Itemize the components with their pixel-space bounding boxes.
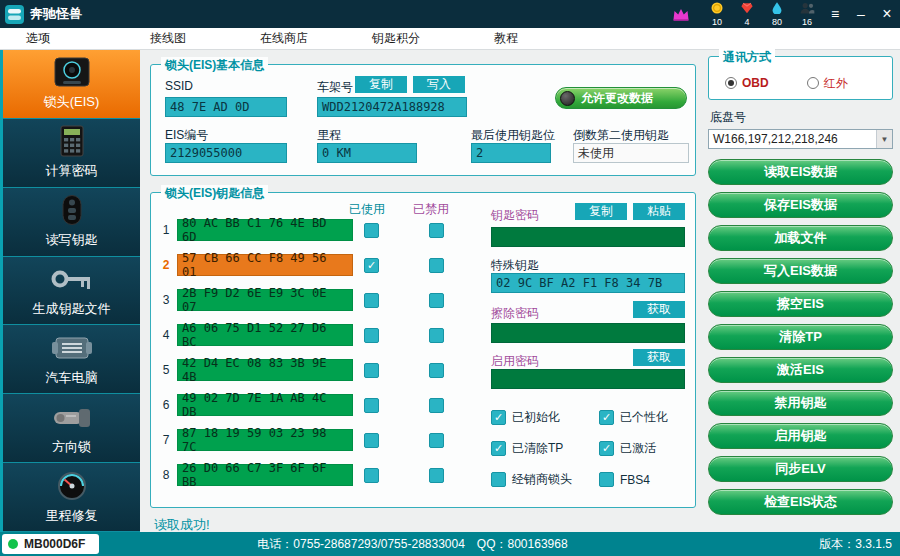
erase-password-get-button[interactable]: 获取 <box>633 301 685 318</box>
vin-field[interactable]: WDD2120472A188928 <box>317 97 467 117</box>
titlebar-stats: 10 4 80 16 <box>702 1 822 27</box>
key-used-checkbox[interactable] <box>364 398 379 413</box>
action-buttons: 读取EIS数据 保存EIS数据 加载文件 写入EIS数据 擦空EIS 清除TP … <box>708 159 893 515</box>
key-disabled-checkbox[interactable] <box>429 293 444 308</box>
action-button[interactable]: 启用钥匙 <box>708 423 893 449</box>
key-hex-field[interactable]: 57 CB 66 CC F8 49 56 01 <box>177 254 353 276</box>
action-button[interactable]: 同步ELV <box>708 456 893 482</box>
flag-checkbox[interactable] <box>599 410 614 425</box>
action-button[interactable]: 加载文件 <box>708 225 893 251</box>
allow-change-toggle[interactable]: 允许更改数据 <box>555 87 687 109</box>
ssid-field[interactable]: 48 7E AD 0D <box>165 97 287 117</box>
chevron-down-icon[interactable]: ▼ <box>876 130 892 148</box>
radio-label: 红外 <box>824 75 848 92</box>
key-row-number: 6 <box>159 398 173 412</box>
sidebar-item[interactable]: 计算密码 <box>3 119 140 188</box>
minimize-button[interactable]: – <box>848 6 874 22</box>
menu-item[interactable]: 在线商店 <box>254 28 314 49</box>
stat-item[interactable]: 80 <box>762 1 792 27</box>
key-row: 4 A6 06 75 D1 52 27 D6 BC <box>159 324 444 346</box>
key-used-checkbox[interactable] <box>364 223 379 238</box>
sidebar-item-label: 汽车电脑 <box>46 369 98 387</box>
key-used-checkbox[interactable] <box>364 293 379 308</box>
vin-write-button[interactable]: 写入 <box>413 76 465 93</box>
key-used-checkbox[interactable] <box>364 328 379 343</box>
flag-checkbox[interactable] <box>491 410 506 425</box>
action-button[interactable]: 写入EIS数据 <box>708 258 893 284</box>
sidebar-item[interactable]: 读写钥匙 <box>3 188 140 257</box>
key-row: 3 2B F9 D2 6E E9 3C 0E 07 <box>159 289 444 311</box>
action-button[interactable]: 擦空EIS <box>708 291 893 317</box>
comm-mode-radio-option[interactable]: 红外 <box>807 75 848 92</box>
key-row: 7 87 18 19 59 03 23 98 7C <box>159 429 444 451</box>
key-disabled-checkbox[interactable] <box>429 258 444 273</box>
key-password-paste-button[interactable]: 粘贴 <box>633 203 685 220</box>
key-disabled-checkbox[interactable] <box>429 468 444 483</box>
key-hex-field[interactable]: 49 02 7D 7E 1A AB 4C DB <box>177 394 353 416</box>
action-button[interactable]: 激活EIS <box>708 357 893 383</box>
menu-item[interactable]: 教程 <box>488 28 524 49</box>
action-button[interactable]: 保存EIS数据 <box>708 192 893 218</box>
enable-password-field[interactable] <box>491 369 685 389</box>
vin-copy-button[interactable]: 复制 <box>355 76 407 93</box>
crown-icon[interactable] <box>672 8 690 21</box>
key-disabled-checkbox[interactable] <box>429 398 444 413</box>
special-key-field[interactable]: 02 9C BF A2 F1 F8 34 7B <box>491 273 685 293</box>
key-rows: 1 80 AC BB C1 76 4E BD 6D 2 57 CB 66 CC … <box>159 219 444 486</box>
menu-item[interactable]: 钥匙积分 <box>366 28 426 49</box>
key-disabled-checkbox[interactable] <box>429 223 444 238</box>
flag-checkbox[interactable] <box>599 472 614 487</box>
close-button[interactable]: × <box>874 5 900 23</box>
action-button[interactable]: 检查EIS状态 <box>708 489 893 515</box>
key-disabled-checkbox[interactable] <box>429 328 444 343</box>
device-id: MB000D6F <box>24 537 85 551</box>
radio-icon[interactable] <box>725 77 737 89</box>
stat-item[interactable]: 10 <box>702 1 732 27</box>
key-disabled-checkbox[interactable] <box>429 433 444 448</box>
key-hex-field[interactable]: 26 D0 66 C7 3F 6F 6F BB <box>177 464 353 486</box>
flag-checkbox[interactable] <box>599 441 614 456</box>
key-hex-field[interactable]: 2B F9 D2 6E E9 3C 0E 07 <box>177 289 353 311</box>
key-hex-field[interactable]: 80 AC BB C1 76 4E BD 6D <box>177 219 353 241</box>
sidebar-item-label: 读写钥匙 <box>46 231 98 249</box>
sidebar-item[interactable]: 里程修复 <box>3 463 140 532</box>
key-disabled-checkbox[interactable] <box>429 363 444 378</box>
sidebar-item[interactable]: 方向锁 <box>3 394 140 463</box>
comm-mode-radio-option[interactable]: OBD <box>725 76 769 90</box>
mileage-field[interactable]: 0 KM <box>317 143 417 163</box>
action-button[interactable]: 禁用钥匙 <box>708 390 893 416</box>
menu-item[interactable]: 选项 <box>20 28 56 49</box>
action-button[interactable]: 清除TP <box>708 324 893 350</box>
titlebar-right: 10 4 80 16 <box>672 1 900 27</box>
status-flags: 已初始化 已个性化 已清除TP <box>491 409 668 488</box>
key-used-checkbox[interactable] <box>364 468 379 483</box>
flag-checkbox[interactable] <box>491 472 506 487</box>
key-used-checkbox[interactable] <box>364 258 379 273</box>
key-hex-field[interactable]: 87 18 19 59 03 23 98 7C <box>177 429 353 451</box>
flag-checkbox[interactable] <box>491 441 506 456</box>
stat-item[interactable]: 4 <box>732 1 762 27</box>
erase-password-field[interactable] <box>491 323 685 343</box>
key-row-number: 3 <box>159 293 173 307</box>
key-hex-field[interactable]: A6 06 75 D1 52 27 D6 BC <box>177 324 353 346</box>
action-button[interactable]: 读取EIS数据 <box>708 159 893 185</box>
key-password-copy-button[interactable]: 复制 <box>575 203 627 220</box>
key-hex-field[interactable]: 42 D4 EC 08 83 3B 9E 4B <box>177 359 353 381</box>
radio-icon[interactable] <box>807 77 819 89</box>
key-used-checkbox[interactable] <box>364 363 379 378</box>
key-used-checkbox[interactable] <box>364 433 379 448</box>
stat-item[interactable]: 16 <box>792 1 822 27</box>
enable-password-get-button[interactable]: 获取 <box>633 349 685 366</box>
sidebar-item[interactable]: 生成钥匙文件 <box>3 257 140 326</box>
eis-number-field[interactable]: 2129055000 <box>165 143 287 163</box>
key-password-field[interactable] <box>491 227 685 247</box>
prev-key-field[interactable]: 未使用 <box>573 143 689 163</box>
menu-item[interactable]: 接线图 <box>144 28 192 49</box>
sidebar-item[interactable]: 汽车电脑 <box>3 325 140 394</box>
sidebar-item[interactable]: 锁头(EIS) <box>3 50 140 119</box>
key-row-number: 4 <box>159 328 173 342</box>
stat-value: 4 <box>744 18 749 27</box>
menu-hamburger-button[interactable]: ≡ <box>822 6 848 22</box>
chassis-dropdown[interactable]: W166,197,212,218,246 ▼ <box>708 129 893 149</box>
last-key-field[interactable]: 2 <box>471 143 551 163</box>
